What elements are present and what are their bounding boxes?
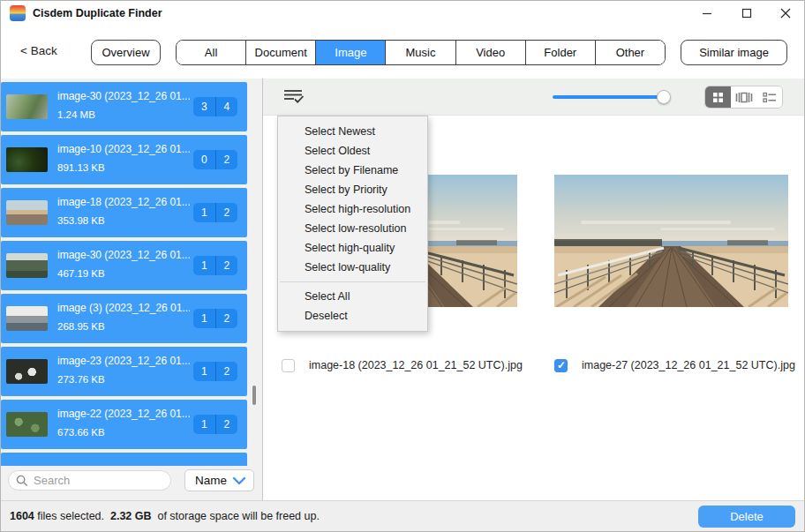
- list-item[interactable]: image-22 (2023_12_26 01... 673.66 KB 1 2: [1, 400, 247, 449]
- menu-item-select-high-resolution[interactable]: Select high-resolution: [278, 199, 427, 219]
- file-checkbox-checked[interactable]: [554, 359, 568, 372]
- sort-value: Name: [195, 474, 227, 487]
- freed-size: 2.32 GB: [110, 510, 152, 522]
- menu-item-select-all[interactable]: Select All: [278, 287, 427, 306]
- select-menu-icon: [282, 87, 305, 105]
- grid-view-icon: [712, 92, 724, 103]
- count-badge: 1 2: [193, 256, 237, 275]
- menu-item-select-oldest[interactable]: Select Oldest: [278, 141, 427, 161]
- file-name: image-30 (2023_12_26 01...: [57, 249, 190, 261]
- list-item[interactable]: image-10 (2023_12_26 01... 891.13 KB 0 2: [1, 135, 247, 184]
- file-name: image-30 (2023_12_26 01...: [57, 90, 190, 102]
- menu-item-select-newest[interactable]: Select Newest: [278, 122, 427, 141]
- titlebar: Cisdem Duplicate Finder: [1, 1, 804, 26]
- menu-item-select-low-resolution[interactable]: Select low-resolution: [278, 219, 427, 238]
- list-item[interactable]: image-23 (2023_12_26 01... 273.76 KB 1 2: [1, 347, 247, 396]
- list-item[interactable]: image-30 (2023_12_26 01... 467.19 KB 1 2: [1, 241, 247, 290]
- file-size: 1.24 MB: [57, 109, 95, 120]
- search-box: [8, 470, 171, 491]
- search-icon: [16, 475, 28, 487]
- minimize-icon: [702, 8, 712, 19]
- category-tabs: All Document Image Music Video Folder Ot…: [176, 40, 666, 65]
- status-bar: 1604 files selected. 2.32 GB of storage …: [1, 500, 804, 532]
- tab-all[interactable]: All: [177, 41, 246, 64]
- app-icon: [10, 5, 26, 21]
- thumbnail-image: [6, 359, 48, 384]
- count-badge: 1 2: [193, 362, 237, 381]
- app-title: Cisdem Duplicate Finder: [33, 7, 162, 19]
- delete-button[interactable]: Delete: [698, 506, 795, 528]
- sort-dropdown[interactable]: Name: [184, 469, 254, 491]
- menu-item-deselect[interactable]: Deselect: [278, 306, 427, 326]
- list-item[interactable]: image-18 (2023_12_26 01... 353.98 KB 1 2: [1, 188, 247, 237]
- similar-image-button[interactable]: Similar image: [681, 40, 787, 65]
- thumbnail-image: [6, 200, 48, 225]
- overview-button[interactable]: Overview: [91, 40, 161, 65]
- slider-thumb[interactable]: [657, 90, 671, 104]
- tab-music[interactable]: Music: [386, 41, 455, 64]
- tab-image[interactable]: Image: [316, 41, 386, 64]
- coverflow-view-icon: [735, 92, 753, 103]
- tab-document[interactable]: Document: [246, 41, 316, 64]
- maximize-icon: [741, 8, 752, 19]
- search-input[interactable]: [34, 474, 157, 487]
- file-size: 673.66 KB: [57, 427, 105, 438]
- file-size: 467.19 KB: [57, 268, 105, 279]
- thumbnail-image: [6, 253, 48, 278]
- list-item-partial[interactable]: [1, 453, 247, 466]
- list-item[interactable]: image-30 (2023_12_26 01... 1.24 MB 3 4: [1, 82, 247, 131]
- file-name: image-18 (2023_12_26 01...: [57, 196, 190, 208]
- close-icon: [780, 8, 791, 19]
- close-button[interactable]: [776, 4, 795, 22]
- preview-toolbar: [263, 79, 805, 116]
- auto-select-dropdown-menu: Select Newest Select Oldest Select by Fi…: [277, 116, 428, 332]
- menu-item-select-by-priority[interactable]: Select by Priority: [278, 180, 427, 199]
- auto-select-menu-button[interactable]: [282, 87, 305, 107]
- file-name-label: image-27 (2023_12_26 01_21_52 UTC).jpg: [582, 359, 795, 371]
- back-button[interactable]: < Back: [20, 44, 57, 57]
- selection-summary: 1604 files selected. 2.32 GB of storage …: [10, 510, 320, 522]
- menu-item-select-low-quality[interactable]: Select low-quality: [278, 258, 427, 277]
- count-badge: 1 2: [193, 309, 237, 328]
- count-badge: 3 4: [193, 97, 237, 116]
- file-name: image-23 (2023_12_26 01...: [57, 355, 190, 367]
- thumbnail-image: [6, 147, 48, 172]
- minimize-button[interactable]: [697, 4, 717, 22]
- menu-item-select-high-quality[interactable]: Select high-quality: [278, 238, 427, 258]
- count-badge: 1 2: [193, 415, 237, 434]
- count-badge: 1 2: [193, 203, 237, 222]
- app-window: Cisdem Duplicate Finder < Back Overview …: [0, 0, 805, 532]
- file-name: image-22 (2023_12_26 01...: [57, 408, 190, 420]
- file-size: 353.98 KB: [57, 215, 105, 226]
- thumbnail-image: [6, 94, 48, 119]
- file-checkbox[interactable]: [282, 359, 295, 372]
- tab-folder[interactable]: Folder: [526, 41, 596, 64]
- file-size: 891.13 KB: [57, 162, 105, 173]
- view-mode-switch: [704, 86, 783, 109]
- list-view-icon: [763, 92, 777, 103]
- file-size: 268.95 KB: [57, 321, 105, 332]
- duplicate-groups-sidebar: image-30 (2023_12_26 01... 1.24 MB 3 4 i…: [1, 79, 262, 500]
- grid-view-button[interactable]: [705, 86, 731, 108]
- list-view-button[interactable]: [756, 86, 782, 108]
- menu-item-select-by-filename[interactable]: Select by Filename: [278, 161, 427, 180]
- file-name: image-10 (2023_12_26 01...: [57, 143, 190, 155]
- thumbnail-image: [6, 306, 48, 331]
- thumbnail-size-slider[interactable]: [553, 95, 669, 99]
- file-name: image (3) (2023_12_26 01...: [57, 302, 190, 314]
- coverflow-view-button[interactable]: [731, 86, 756, 108]
- duplicate-file-row: image-27 (2023_12_26 01_21_52 UTC).jpg: [554, 358, 795, 372]
- nav-bar: < Back Overview All Document Image Music…: [1, 26, 804, 79]
- count-badge: 0 2: [193, 150, 237, 169]
- chevron-down-icon: [232, 476, 246, 485]
- tab-video[interactable]: Video: [456, 41, 526, 64]
- menu-separator: [280, 281, 425, 282]
- selected-count: 1604: [10, 510, 34, 522]
- file-size: 273.76 KB: [57, 374, 105, 385]
- duplicate-image-preview[interactable]: [554, 175, 788, 307]
- sidebar-scrollbar[interactable]: [252, 386, 256, 405]
- list-item[interactable]: image (3) (2023_12_26 01... 268.95 KB 1 …: [1, 294, 247, 343]
- duplicate-file-row: image-18 (2023_12_26 01_21_52 UTC).jpg: [282, 358, 523, 372]
- tab-other[interactable]: Other: [596, 41, 665, 64]
- maximize-button[interactable]: [737, 4, 756, 22]
